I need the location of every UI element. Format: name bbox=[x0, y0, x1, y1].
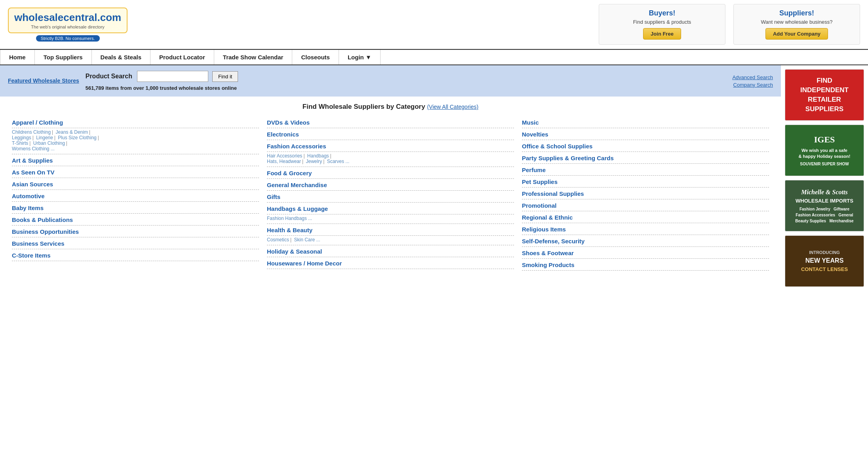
logo-box: wholesalecentral.com The web's original … bbox=[8, 8, 128, 33]
add-company-button[interactable]: Add Your Company bbox=[765, 28, 828, 40]
cat-gifts[interactable]: Gifts bbox=[267, 191, 514, 203]
buyers-promo-box: Buyers! Find suppliers & products Join F… bbox=[599, 4, 725, 45]
cat-apparel-clothing[interactable]: Apparel / Clothing bbox=[12, 116, 259, 128]
cat-tshirts[interactable]: T-Shirts bbox=[12, 140, 28, 146]
cat-womens-clothing[interactable]: Womens Clothing ... bbox=[12, 146, 55, 152]
nav-product-locator[interactable]: Product Locator bbox=[150, 50, 214, 64]
featured-link: Featured Wholesale Stores bbox=[8, 77, 79, 85]
cat-music[interactable]: Music bbox=[522, 116, 769, 128]
cat-religious-items[interactable]: Religious Items bbox=[522, 223, 769, 235]
cat-dvds-videos[interactable]: DVDs & Videos bbox=[267, 116, 514, 128]
cat-business-services[interactable]: Business Services bbox=[12, 237, 259, 249]
cat-promotional[interactable]: Promotional bbox=[522, 199, 769, 211]
ad-michelle-scotts[interactable]: Michelle & Scotts WHOLESALE IMPORTS Fash… bbox=[785, 180, 864, 231]
cat-hair-accessories[interactable]: Hair Accessories bbox=[267, 153, 302, 159]
categories-title-text: Find Wholesale Suppliers by Category bbox=[303, 103, 425, 110]
site-header: wholesalecentral.com The web's original … bbox=[0, 0, 868, 49]
cat-self-defense-security[interactable]: Self-Defense, Security bbox=[522, 235, 769, 247]
search-section: Product Search Find it 561,789 items fro… bbox=[86, 71, 238, 91]
cat-holiday-seasonal[interactable]: Holiday & Seasonal bbox=[267, 245, 514, 257]
cat-electronics[interactable]: Electronics bbox=[267, 128, 514, 140]
cat-professional-supplies[interactable]: Professional Supplies bbox=[522, 188, 769, 199]
cat-party-supplies-greeting-cards[interactable]: Party Supplies & Greeting Cards bbox=[522, 152, 769, 164]
cat-fashion-handbags[interactable]: Fashion Handbags ... bbox=[267, 216, 312, 221]
ad-contact-introducing: INTRODUCING bbox=[809, 249, 840, 256]
advanced-search-link[interactable]: Advanced Search bbox=[732, 74, 773, 80]
logo-badge: Strictly B2B. No consumers. bbox=[36, 35, 100, 42]
cat-leggings[interactable]: Leggings bbox=[12, 135, 31, 140]
ad-contact-lenses-text: CONTACT LENSES bbox=[801, 265, 848, 273]
category-column-1: Apparel / Clothing Childrens Clothing| J… bbox=[8, 116, 263, 271]
cat-perfume[interactable]: Perfume bbox=[522, 164, 769, 176]
category-column-2: DVDs & Videos Electronics Fashion Access… bbox=[263, 116, 518, 271]
cat-urban-clothing[interactable]: Urban Clothing bbox=[33, 140, 65, 146]
cat-cosmetics[interactable]: Cosmetics bbox=[267, 237, 289, 243]
cat-as-seen-on-tv[interactable]: As Seen On TV bbox=[12, 166, 259, 178]
cat-art-supplies[interactable]: Art & Supplies bbox=[12, 154, 259, 166]
cat-fashion-accessories[interactable]: Fashion Accessories bbox=[267, 140, 514, 152]
search-links: Advanced Search Company Search bbox=[732, 74, 773, 88]
cat-shoes-footwear[interactable]: Shoes & Footwear bbox=[522, 247, 769, 259]
ad-michelle-products: Fashion Jewelry GiftwareFashion Accessor… bbox=[795, 206, 853, 224]
cat-scarves[interactable]: Scarves ... bbox=[327, 159, 350, 164]
ad-contact-lenses[interactable]: INTRODUCING NEW YEARS CONTACT LENSES bbox=[785, 235, 864, 287]
featured-wholesale-stores-link[interactable]: Featured Wholesale Stores bbox=[8, 77, 79, 85]
logo-tld: .com bbox=[97, 11, 122, 23]
nav-deals-steals[interactable]: Deals & Steals bbox=[92, 50, 150, 64]
cat-food-grocery[interactable]: Food & Grocery bbox=[267, 167, 514, 179]
cat-business-opportunities[interactable]: Business Opportunities bbox=[12, 226, 259, 237]
ad-iges[interactable]: IGES We wish you all a safe& happy Holid… bbox=[785, 125, 864, 176]
cat-automotive[interactable]: Automotive bbox=[12, 190, 259, 202]
nav-trade-show[interactable]: Trade Show Calendar bbox=[214, 50, 293, 64]
cat-regional-ethnic[interactable]: Regional & Ethnic bbox=[522, 211, 769, 223]
suppliers-promo-box: Suppliers! Want new wholesale business? … bbox=[733, 4, 860, 45]
nav-home[interactable]: Home bbox=[0, 50, 35, 64]
view-all-categories-link[interactable]: (View All Categories) bbox=[427, 104, 478, 110]
nav-closeouts[interactable]: Closeouts bbox=[292, 50, 339, 64]
cat-novelties[interactable]: Novelties bbox=[522, 128, 769, 140]
categories-section: Find Wholesale Suppliers by Category (Vi… bbox=[0, 97, 781, 277]
cat-cstore-items[interactable]: C-Store Items bbox=[12, 249, 259, 261]
cat-asian-sources[interactable]: Asian Sources bbox=[12, 178, 259, 190]
suppliers-subtitle: Want new wholesale business? bbox=[742, 19, 852, 25]
cat-jewelry[interactable]: Jewelry bbox=[306, 159, 322, 164]
cat-handbags-luggage[interactable]: Handbags & Luggage bbox=[267, 203, 514, 214]
cat-housewares-home-decor[interactable]: Housewares / Home Decor bbox=[267, 257, 514, 269]
cat-health-beauty[interactable]: Health & Beauty bbox=[267, 224, 514, 236]
cat-lingerie[interactable]: Lingerie bbox=[36, 135, 53, 140]
cat-baby-items[interactable]: Baby Items bbox=[12, 202, 259, 214]
category-column-3: Music Novelties Office & School Supplies… bbox=[518, 116, 773, 271]
cat-books-publications[interactable]: Books & Publications bbox=[12, 214, 259, 226]
join-free-button[interactable]: Join Free bbox=[643, 28, 681, 40]
cat-handbags[interactable]: Handbags bbox=[307, 153, 329, 159]
ad-contact-new-years: NEW YEARS bbox=[805, 256, 844, 265]
cat-hats-headwear[interactable]: Hats, Headwear bbox=[267, 159, 301, 164]
logo-text[interactable]: wholesalecentral.com bbox=[14, 11, 121, 24]
cat-skin-care[interactable]: Skin Care ... bbox=[294, 237, 320, 243]
ad-independent-retailer[interactable]: FINDINDEPENDENTRETAILERSUPPLIERS bbox=[785, 69, 864, 121]
company-search-link[interactable]: Company Search bbox=[732, 82, 773, 88]
search-input[interactable] bbox=[137, 71, 208, 82]
cat-jeans-denim[interactable]: Jeans & Denim bbox=[56, 129, 88, 135]
cat-office-school-supplies[interactable]: Office & School Supplies bbox=[522, 140, 769, 152]
ad-iges-show: SOUVENIR SUPER SHOW bbox=[800, 161, 849, 167]
cat-plus-size[interactable]: Plus Size Clothing bbox=[58, 135, 96, 140]
cat-general-merchandise[interactable]: General Merchandise bbox=[267, 179, 514, 191]
logo-area: wholesalecentral.com The web's original … bbox=[8, 8, 128, 42]
ad-michelle-wholesale: WHOLESALE IMPORTS bbox=[796, 197, 853, 205]
find-button[interactable]: Find it bbox=[212, 71, 238, 82]
categories-columns: Apparel / Clothing Childrens Clothing| J… bbox=[8, 116, 773, 271]
nav-login[interactable]: Login ▼ bbox=[339, 50, 381, 64]
cat-smoking-products[interactable]: Smoking Products bbox=[522, 259, 769, 271]
cat-childrens-clothing[interactable]: Childrens Clothing bbox=[12, 129, 51, 135]
main-nav: Home Top Suppliers Deals & Steals Produc… bbox=[0, 49, 868, 65]
cat-fashion-accessories-subs: Hair Accessories| Handbags| Hats, Headwe… bbox=[267, 152, 514, 167]
search-bar: Featured Wholesale Stores Product Search… bbox=[0, 65, 781, 97]
cat-health-beauty-subs: Cosmetics| Skin Care ... bbox=[267, 236, 514, 245]
cat-pet-supplies[interactable]: Pet Supplies bbox=[522, 176, 769, 188]
cat-handbags-luggage-subs: Fashion Handbags ... bbox=[267, 214, 514, 224]
search-count: 561,789 items from over 1,000 trusted wh… bbox=[86, 85, 238, 91]
nav-top-suppliers[interactable]: Top Suppliers bbox=[35, 50, 92, 64]
ad-iges-text: We wish you all a safe& happy Holiday se… bbox=[799, 148, 851, 160]
search-row: Product Search Find it bbox=[86, 71, 238, 82]
